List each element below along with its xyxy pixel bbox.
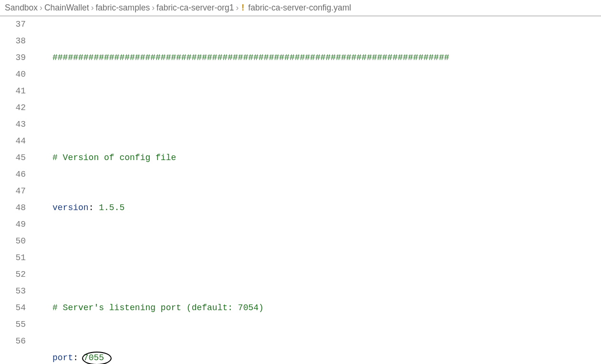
line-number: 37 bbox=[0, 16, 26, 33]
comment-text: # Version of config file bbox=[52, 153, 176, 162]
yaml-key: version bbox=[52, 203, 89, 212]
editor[interactable]: 37 38 39 40 41 42 43 44 45 46 47 48 49 5… bbox=[0, 16, 601, 364]
colon: : bbox=[89, 203, 94, 212]
yaml-key: port bbox=[52, 353, 73, 363]
line-number: 38 bbox=[0, 33, 26, 50]
code-line[interactable] bbox=[52, 100, 601, 116]
code-content[interactable]: ########################################… bbox=[37, 16, 601, 364]
chevron-right-icon: › bbox=[39, 3, 43, 13]
line-number: 43 bbox=[0, 116, 26, 133]
line-number: 54 bbox=[0, 300, 26, 316]
code-line[interactable]: port: 7055 bbox=[52, 350, 601, 364]
line-number: 51 bbox=[0, 250, 26, 266]
line-number: 45 bbox=[0, 150, 26, 166]
line-number: 53 bbox=[0, 283, 26, 300]
line-number: 49 bbox=[0, 216, 26, 233]
yaml-value: 1.5.5 bbox=[99, 203, 124, 212]
line-number: 40 bbox=[0, 66, 26, 83]
line-number: 39 bbox=[0, 50, 26, 66]
code-line[interactable]: ########################################… bbox=[52, 50, 601, 66]
chevron-right-icon: › bbox=[235, 3, 239, 13]
breadcrumb-item[interactable]: Sandbox bbox=[5, 3, 38, 13]
line-number: 44 bbox=[0, 133, 26, 150]
comment-text: # Server's listening port (default: 7054… bbox=[52, 303, 264, 313]
line-number: 46 bbox=[0, 166, 26, 183]
breadcrumb-item[interactable]: fabric-samples bbox=[95, 3, 150, 13]
breadcrumb-file[interactable]: fabric-ca-server-config.yaml bbox=[248, 3, 351, 13]
code-line[interactable]: # Server's listening port (default: 7054… bbox=[52, 300, 601, 316]
yaml-file-icon: ! bbox=[241, 3, 244, 13]
line-number: 42 bbox=[0, 100, 26, 116]
line-number: 52 bbox=[0, 266, 26, 283]
line-number: 47 bbox=[0, 183, 26, 200]
line-number: 48 bbox=[0, 200, 26, 216]
code-line[interactable]: # Version of config file bbox=[52, 150, 601, 166]
line-gutter: 37 38 39 40 41 42 43 44 45 46 47 48 49 5… bbox=[0, 16, 37, 364]
breadcrumb-item[interactable]: fabric-ca-server-org1 bbox=[156, 3, 234, 13]
line-number: 50 bbox=[0, 233, 26, 250]
breadcrumb-item[interactable]: ChainWallet bbox=[44, 3, 89, 13]
chevron-right-icon: › bbox=[90, 3, 95, 13]
line-number: 56 bbox=[0, 333, 26, 350]
line-number: 55 bbox=[0, 316, 26, 333]
code-line[interactable] bbox=[52, 250, 601, 266]
line-number: 41 bbox=[0, 83, 26, 100]
code-line[interactable]: version: 1.5.5 bbox=[52, 200, 601, 216]
chevron-right-icon: › bbox=[151, 3, 155, 13]
colon: : bbox=[73, 353, 78, 363]
comment-text: ########################################… bbox=[52, 53, 449, 62]
yaml-value: 7055 bbox=[83, 353, 104, 363]
breadcrumb[interactable]: Sandbox › ChainWallet › fabric-samples ›… bbox=[0, 0, 601, 16]
